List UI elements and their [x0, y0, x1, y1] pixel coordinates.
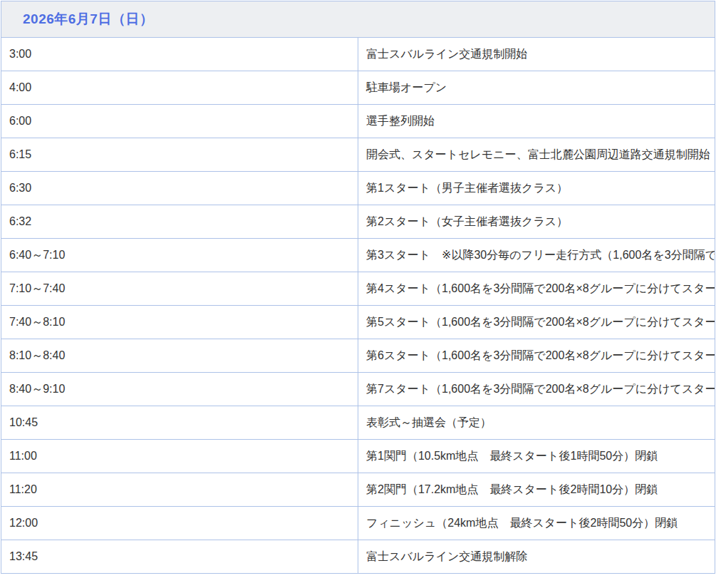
schedule-body: 3:00 富士スバルライン交通規制開始 4:00 駐車場オープン 6:00 選手… — [1, 38, 715, 574]
schedule-row: 11:00 第1関門（10.5km地点 最終スタート後1時間50分）閉鎖 — [1, 440, 715, 473]
schedule-time: 11:00 — [1, 440, 358, 473]
schedule-row: 11:20 第2関門（17.2km地点 最終スタート後2時間10分）閉鎖 — [1, 473, 715, 507]
schedule-event: 富士スバルライン交通規制解除 — [358, 540, 715, 574]
schedule-row: 8:10～8:40 第6スタート（1,600名を3分間隔で200名×8グループに… — [1, 339, 715, 373]
schedule-row: 7:10～7:40 第4スタート（1,600名を3分間隔で200名×8グループに… — [1, 272, 715, 306]
schedule-row: 12:00 フィニッシュ（24km地点 最終スタート後2時間50分）閉鎖 — [1, 507, 715, 540]
schedule-row: 3:00 富士スバルライン交通規制開始 — [1, 38, 715, 71]
schedule-time: 6:00 — [1, 105, 358, 138]
schedule-row: 13:45 富士スバルライン交通規制解除 — [1, 540, 715, 574]
schedule-event: 第2スタート（女子主催者選抜クラス） — [358, 205, 715, 239]
schedule-header-row: 2026年6月7日（日） — [1, 1, 715, 38]
schedule-row: 6:32 第2スタート（女子主催者選抜クラス） — [1, 205, 715, 239]
schedule-time: 10:45 — [1, 406, 358, 440]
schedule-row: 10:45 表彰式～抽選会（予定） — [1, 406, 715, 440]
schedule-row: 6:30 第1スタート（男子主催者選抜クラス） — [1, 172, 715, 205]
schedule-event: 第7スタート（1,600名を3分間隔で200名×8グループに分けてスタート） — [358, 373, 715, 406]
schedule-time: 3:00 — [1, 38, 358, 71]
schedule-event: 第2関門（17.2km地点 最終スタート後2時間10分）閉鎖 — [358, 473, 715, 507]
schedule-time: 6:32 — [1, 205, 358, 239]
schedule-event: 富士スバルライン交通規制開始 — [358, 38, 715, 71]
schedule-event: 選手整列開始 — [358, 105, 715, 138]
schedule-event: 駐車場オープン — [358, 71, 715, 105]
schedule-row: 8:40～9:10 第7スタート（1,600名を3分間隔で200名×8グループに… — [1, 373, 715, 406]
schedule-time: 12:00 — [1, 507, 358, 540]
schedule-time: 4:00 — [1, 71, 358, 105]
schedule-event: フィニッシュ（24km地点 最終スタート後2時間50分）閉鎖 — [358, 507, 715, 540]
event-schedule-table: 2026年6月7日（日） 3:00 富士スバルライン交通規制開始 4:00 駐車… — [1, 1, 715, 574]
schedule-time: 8:40～9:10 — [1, 373, 358, 406]
schedule-page: 2026年6月7日（日） 3:00 富士スバルライン交通規制開始 4:00 駐車… — [0, 0, 716, 588]
schedule-event: 開会式、スタートセレモニー、富士北麓公園周辺道路交通規制開始 — [358, 138, 715, 172]
schedule-time: 7:40～8:10 — [1, 306, 358, 339]
schedule-time: 13:45 — [1, 540, 358, 574]
schedule-time: 11:20 — [1, 473, 358, 507]
schedule-row: 7:40～8:10 第5スタート（1,600名を3分間隔で200名×8グループに… — [1, 306, 715, 339]
schedule-event: 第6スタート（1,600名を3分間隔で200名×8グループに分けてスタート） — [358, 339, 715, 373]
schedule-event: 第3スタート ※以降30分毎のフリー走行方式（1,600名を3分間隔で200名×… — [358, 239, 715, 272]
schedule-row: 4:00 駐車場オープン — [1, 71, 715, 105]
schedule-row: 6:00 選手整列開始 — [1, 105, 715, 138]
schedule-time: 6:40～7:10 — [1, 239, 358, 272]
schedule-time: 6:30 — [1, 172, 358, 205]
schedule-time: 8:10～8:40 — [1, 339, 358, 373]
schedule-row: 6:15 開会式、スタートセレモニー、富士北麓公園周辺道路交通規制開始 — [1, 138, 715, 172]
schedule-event: 第1関門（10.5km地点 最終スタート後1時間50分）閉鎖 — [358, 440, 715, 473]
schedule-row: 6:40～7:10 第3スタート ※以降30分毎のフリー走行方式（1,600名を… — [1, 239, 715, 272]
schedule-event: 第4スタート（1,600名を3分間隔で200名×8グループに分けてスタート） — [358, 272, 715, 306]
schedule-event: 表彰式～抽選会（予定） — [358, 406, 715, 440]
schedule-time: 7:10～7:40 — [1, 272, 358, 306]
schedule-event: 第5スタート（1,600名を3分間隔で200名×8グループに分けてスタート） — [358, 306, 715, 339]
schedule-date-header: 2026年6月7日（日） — [1, 1, 715, 38]
schedule-event: 第1スタート（男子主催者選抜クラス） — [358, 172, 715, 205]
schedule-time: 6:15 — [1, 138, 358, 172]
